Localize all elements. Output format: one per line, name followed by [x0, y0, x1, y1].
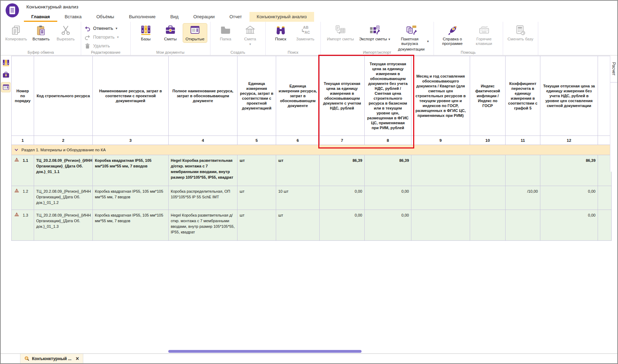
title-bar: Конъюнктурный анализ Главная Вставка Объ…	[1, 1, 617, 22]
col-header-8[interactable]: Текущая отпускная цена за единицу измере…	[365, 56, 411, 136]
col-header-5[interactable]: Единица измерения ресурса, затрат в соот…	[238, 56, 276, 136]
undo-button[interactable]: Отменить ▾	[84, 25, 127, 32]
section-collapse-chevron-icon[interactable]	[14, 148, 18, 151]
section-row[interactable]: Раздел 1. Материалы и Оборудование по КА	[12, 145, 612, 155]
cell-resource-code[interactable]: ТЦ_20.2.08.09_{Регион}_{ИНН Организации}…	[34, 210, 93, 241]
app-logo-icon[interactable]	[5, 3, 19, 18]
cell-month-year[interactable]	[411, 186, 470, 210]
col-header-10[interactable]: Индекс фактической инфляции / Индекс по …	[470, 56, 506, 136]
cut-button[interactable]: Вырезать	[54, 24, 78, 42]
cell-resource-name[interactable]: Коробка квадратная IP55, 105 мм*105 мм*5…	[93, 155, 169, 186]
estimates-button[interactable]: Сметы	[158, 24, 182, 42]
close-tab-icon[interactable]: ×	[76, 356, 79, 362]
cell-conversion-coeff[interactable]	[506, 155, 540, 186]
col-number[interactable]: 11	[506, 136, 540, 145]
col-number[interactable]: 10	[470, 136, 506, 145]
cell-price-with-vat[interactable]: 0,00	[320, 210, 365, 241]
redo-button[interactable]: Повторить ▾	[84, 34, 127, 40]
export-estimate-button[interactable]: Экспорт сметы▾	[358, 24, 392, 42]
open-documents-button[interactable]: Открытые	[183, 24, 207, 42]
copy-button[interactable]: Копировать	[4, 24, 28, 42]
col-number[interactable]: 7	[320, 136, 365, 145]
sidebar-estimates-button[interactable]	[1, 70, 10, 80]
col-header-3[interactable]: Наименование ресурса, затрат в соответст…	[93, 56, 169, 136]
change-base-button[interactable]: Сменить базу	[506, 24, 535, 42]
cell-full-name[interactable]: Коробка распределительная, ОП 105*105*55…	[169, 186, 238, 210]
col-number[interactable]: 1	[12, 136, 34, 145]
cell-inflation-index[interactable]	[470, 186, 506, 210]
tab-vypolnenie[interactable]: Выполнение	[122, 12, 163, 22]
col-header-2[interactable]: Код строительного ресурса	[34, 56, 93, 136]
cell-conversion-coeff[interactable]	[506, 210, 540, 241]
cell-conversion-coeff[interactable]: /10,00	[506, 186, 540, 210]
cell-inflation-index[interactable]	[470, 210, 506, 241]
sidebar-bases-button[interactable]	[1, 58, 10, 67]
cell-unit-design[interactable]: шт	[238, 210, 276, 241]
import-estimate-button[interactable]: Импорт сметы	[324, 24, 357, 42]
cell-inflation-index[interactable]	[470, 155, 506, 186]
new-estimate-button[interactable]: Смета ▾	[238, 24, 262, 47]
cell-unit-document[interactable]: 10 шт	[276, 186, 320, 210]
delete-button[interactable]: Удалить	[84, 43, 127, 49]
cell-unit-design[interactable]: шт	[238, 186, 276, 210]
col-header-1[interactable]: Номер по порядку	[12, 56, 34, 136]
hotkeys-button[interactable]: Горячие клавиши	[469, 24, 500, 47]
cell-final-price[interactable]: 0,00	[540, 210, 598, 241]
col-number[interactable]: 12	[540, 136, 598, 145]
col-number[interactable]: 5	[238, 136, 276, 145]
folder-button[interactable]: Папка	[214, 24, 238, 42]
cell-resource-name[interactable]: Коробка квадратная IP55, 105 мм*105 мм*5…	[93, 186, 169, 210]
col-header-6[interactable]: Единица измерения ресурса, затрат в обос…	[276, 56, 320, 136]
about-button[interactable]: Справка о программе	[437, 24, 468, 47]
cell-price-without-vat[interactable]: 86,39	[365, 155, 411, 186]
redo-dropdown-icon[interactable]: ▾	[117, 35, 119, 39]
tab-vstavka[interactable]: Вставка	[57, 12, 89, 22]
tab-konyunkturny-analiz[interactable]: Конъюнктурный анализ	[249, 12, 314, 22]
cell-price-with-vat[interactable]: 86,39	[320, 155, 365, 186]
col-header-11[interactable]: Коэффициент пересчета в единицу измерени…	[506, 56, 540, 136]
paste-button[interactable]: Вставить	[29, 24, 53, 42]
tab-glavnaya[interactable]: Главная	[24, 12, 57, 22]
horizontal-scrollbar-thumb[interactable]	[168, 350, 362, 353]
col-header-9[interactable]: Месяц и год составления обосновывающего …	[411, 56, 470, 136]
cell-resource-code[interactable]: ТЦ_20.2.08.09_{Регион}_{ИНН Организации}…	[34, 155, 93, 186]
cell-month-year[interactable]	[411, 155, 470, 186]
col-number[interactable]: 8	[365, 136, 411, 145]
batch-export-button[interactable]: Пакетная выгрузка▾ документации	[392, 24, 430, 53]
col-header-7[interactable]: Текущая отпускная цена за единицу измере…	[320, 56, 365, 136]
tab-obyomy[interactable]: Объёмы	[89, 12, 122, 22]
replace-button[interactable]: AB AC Заменить	[293, 24, 317, 42]
cell-full-name[interactable]: Hegel Коробка разветвительная д/откр. мо…	[169, 155, 238, 186]
col-number[interactable]: 4	[169, 136, 238, 145]
cell-unit-document[interactable]: шт	[276, 155, 320, 186]
undo-dropdown-icon[interactable]: ▾	[116, 27, 117, 30]
search-button[interactable]: Поиск	[269, 24, 293, 42]
cell-price-without-vat[interactable]: 0,00	[365, 186, 411, 210]
col-number[interactable]: 6	[276, 136, 320, 145]
col-header-12[interactable]: Текущая отпускная цена за единицу измере…	[540, 56, 598, 136]
tab-otchet[interactable]: Отчет	[222, 12, 249, 22]
export-dropdown-icon[interactable]: ▾	[389, 38, 390, 41]
col-number[interactable]: 9	[411, 136, 470, 145]
cell-price-with-vat[interactable]: 0,00	[320, 186, 365, 210]
cell-final-price[interactable]: 86,39	[540, 155, 598, 186]
cell-unit-document[interactable]: шт	[276, 210, 320, 241]
new-estimate-dropdown-icon[interactable]: ▾	[249, 42, 251, 46]
col-number[interactable]: 3	[93, 136, 169, 145]
batch-export-dropdown-icon[interactable]: ▾	[427, 40, 429, 43]
cell-month-year[interactable]	[411, 210, 470, 241]
col-header-4[interactable]: Полное наименование ресурса, затрат в об…	[169, 56, 238, 136]
col-number[interactable]: 2	[34, 136, 93, 145]
cell-final-price[interactable]: 0,00	[540, 186, 598, 210]
document-tab[interactable]: Конъюнктурный ... ×	[20, 354, 83, 363]
cell-resource-code[interactable]: ТЦ_20.2.08.09_{Регион}_{ИНН Организации}…	[34, 186, 93, 210]
cell-resource-name[interactable]: Коробка квадратная IP55, 105 мм*105 мм*5…	[93, 210, 169, 241]
cell-full-name[interactable]: Hegel Коробка разветвительная д/откр. мо…	[169, 210, 238, 241]
tab-vid[interactable]: Вид	[163, 12, 186, 22]
cell-unit-design[interactable]: шт	[238, 155, 276, 186]
sidebar-open-documents-button[interactable]	[1, 82, 10, 92]
cell-price-without-vat[interactable]: 0,00	[365, 210, 411, 241]
bases-button[interactable]: Базы	[134, 24, 158, 42]
calculation-panel-tab[interactable]: Расчет	[610, 56, 617, 82]
tab-operacii[interactable]: Операции	[186, 12, 222, 22]
